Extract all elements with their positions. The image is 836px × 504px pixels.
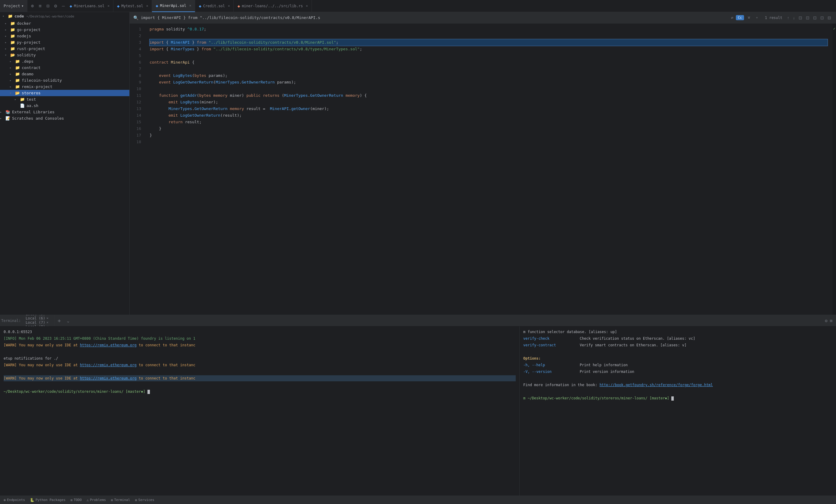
term-line-5: etup notifications for ./ bbox=[4, 355, 516, 362]
tab-close-minerapi[interactable]: ✕ bbox=[189, 4, 191, 7]
python-icon: 🐍 bbox=[30, 498, 34, 502]
tree-arrow-deamo: ▸ bbox=[10, 72, 15, 76]
sidebar-item-go-project[interactable]: ▸ 📁 go-project bbox=[0, 26, 129, 33]
term-tab-label-local6: Local (6) bbox=[26, 316, 45, 321]
tree-label-deamo: deamo bbox=[20, 72, 129, 76]
minimize-icon[interactable]: — bbox=[61, 2, 66, 10]
sidebar-item-contract[interactable]: ▸ 📁 contract bbox=[0, 64, 129, 71]
status-python[interactable]: 🐍 Python Packages bbox=[30, 498, 65, 502]
status-problems[interactable]: ⚠ Problems bbox=[87, 498, 106, 502]
whole-word-btn[interactable]: W bbox=[746, 15, 752, 20]
sidebar-item-py-project[interactable]: ▸ 📁 py-project bbox=[0, 39, 129, 45]
sidebar-item-filecoin-solidity[interactable]: ▸ 📁 filecoin-solidity bbox=[0, 77, 129, 83]
sidebar-root[interactable]: ▾ 📁 code ~/Desktop/wc-worker/code bbox=[0, 12, 129, 20]
term-line-2: [INFO] Mon Feb 06 2023 16:25:11 GMT+0800… bbox=[4, 335, 516, 342]
sidebar-item-test[interactable]: ▸ 📁 test bbox=[0, 96, 129, 102]
expand3-btn[interactable]: ⊡ bbox=[812, 15, 818, 21]
add-terminal-btn[interactable]: + bbox=[55, 315, 64, 327]
term-line-6: [WARN] You may now only use IDE at https… bbox=[4, 362, 516, 368]
case-sensitive-btn[interactable]: Cc bbox=[736, 15, 744, 20]
term-right-3: verify-contract Verify smart contracts o… bbox=[523, 342, 832, 348]
tab-miner-loans[interactable]: ◆ MinerLoans.sol ✕ bbox=[66, 0, 113, 12]
status-endpoints[interactable]: ⊕ Endpoints bbox=[4, 498, 25, 502]
tab-credit[interactable]: ◆ Credit.sol ✕ bbox=[195, 0, 234, 12]
settings-icon[interactable]: ⚙ bbox=[53, 2, 58, 10]
remix-link-3[interactable]: https://remix.ethereum.org bbox=[80, 376, 137, 381]
sidebar-item-deamo[interactable]: ▸ 📁 deamo bbox=[0, 71, 129, 77]
terminal-settings-icon[interactable]: ⊞ bbox=[830, 318, 832, 323]
tree-arrow-deps: ▸ bbox=[10, 60, 15, 63]
expand-btn[interactable]: ⊡ bbox=[797, 15, 803, 21]
code-editor[interactable]: 123456789101112131415161718 pragma solid… bbox=[130, 23, 836, 315]
top-bar: Project ▾ ⊕ ≡ ⊡ ⚙ — ◆ MinerLoans.sol ✕ ◆… bbox=[0, 0, 836, 12]
sidebar-item-scratches[interactable]: ▸ 📝 Scratches and Consoles bbox=[0, 115, 129, 121]
term-tab-close-local6[interactable]: ✕ bbox=[46, 316, 49, 320]
sidebar-item-nodejs[interactable]: ▸ 📁 nodejs bbox=[0, 33, 129, 39]
regex-btn[interactable]: ∗ bbox=[754, 15, 760, 20]
tab-close-miner-loans[interactable]: ✕ bbox=[107, 4, 110, 8]
sidebar-item-ext-libs[interactable]: ▸ 📚 External Libraries bbox=[0, 109, 129, 115]
term-tab-close-local7[interactable]: ✕ bbox=[46, 321, 49, 324]
sidebar-item-rust-project[interactable]: ▸ 📁 rust-project bbox=[0, 45, 129, 52]
terminal-right[interactable]: m function selector database. [aliases: … bbox=[519, 327, 836, 496]
tree-label-solidity: solidity bbox=[16, 53, 129, 57]
tree-arrow-storeros: ▾ bbox=[10, 91, 15, 95]
tab-label-minerapi: MinerApi.sol bbox=[160, 4, 186, 8]
tab-close-mytest[interactable]: ✕ bbox=[146, 4, 148, 8]
tab-label-miner-loans: MinerLoans.sol bbox=[74, 4, 104, 8]
terminal-left[interactable]: 0.0.0.1:65523 [INFO] Mon Feb 06 2023 16:… bbox=[0, 327, 519, 496]
tree-label-rust-project: rust-project bbox=[16, 46, 129, 51]
settings-gear-icon[interactable]: ⚙ bbox=[825, 318, 827, 323]
tab-minerapi[interactable]: ◆ MinerApi.sol ✕ bbox=[152, 0, 195, 12]
expand4-btn[interactable]: ⊡ bbox=[819, 15, 825, 21]
remix-link-1[interactable]: https://remix.ethereum.org bbox=[80, 343, 137, 347]
project-button[interactable]: Project ▾ bbox=[0, 0, 27, 12]
tab-mytest[interactable]: ◆ Mytest.sol ✕ bbox=[113, 0, 152, 12]
filter-btn[interactable]: ⊟ bbox=[826, 15, 832, 21]
folder-icon-deamo: 📁 bbox=[15, 72, 20, 76]
tab-close-lib-rs[interactable]: ✕ bbox=[306, 4, 308, 8]
code-line-10 bbox=[150, 85, 828, 92]
tab-lib-rs[interactable]: ◆ miner-loans/../../src/lib.rs ✕ bbox=[234, 0, 311, 12]
code-content[interactable]: pragma solidity ^0.8.17; import { MinerA… bbox=[145, 23, 832, 315]
term-right-5: -h, --help Print help information bbox=[523, 362, 832, 368]
status-services[interactable]: ≡ Services bbox=[135, 498, 154, 502]
tab-close-credit[interactable]: ✕ bbox=[228, 4, 230, 8]
term-tab-local6[interactable]: Local (6) ✕ bbox=[22, 316, 55, 321]
term-tab-close-local5[interactable]: ✕ bbox=[46, 315, 49, 316]
code-line-18 bbox=[150, 139, 828, 145]
tree-arrow-aa-sh bbox=[15, 104, 19, 107]
code-line-13: MinerTypes.GetOwnerReturn memory result … bbox=[150, 105, 828, 112]
book-link[interactable]: http://book.getfoundry.sh/reference/forg… bbox=[600, 383, 713, 387]
line-num-14: 14 bbox=[130, 112, 141, 119]
search-navigation: ↑ ↓ ⊡ ⊡ ⊡ ⊡ ⊟ bbox=[786, 15, 832, 21]
tab-label-mytest: Mytest.sol bbox=[121, 4, 143, 8]
editor-area: 🔍 ⇄ Cc W ∗ 1 result ↑ ↓ ⊡ ⊡ ⊡ ⊡ ⊟ 123456… bbox=[130, 12, 836, 315]
expand-terminal-btn[interactable]: ⌄ bbox=[64, 315, 72, 327]
sidebar-item-deps[interactable]: ▸ 📁 .deps bbox=[0, 58, 129, 64]
next-result-btn[interactable]: ↓ bbox=[792, 15, 796, 21]
terminal-tabs: Terminal: Local (2) ✕ Local (3) ✕ Local … bbox=[0, 315, 836, 327]
sidebar-item-storeros[interactable]: ▾ 📂 storeros bbox=[0, 90, 129, 96]
sidebar-item-remix-project[interactable]: ▸ 📁 remix-project bbox=[0, 83, 129, 90]
term-right-1: m function selector database. [aliases: … bbox=[523, 329, 832, 335]
search-input[interactable] bbox=[141, 15, 729, 20]
bookmark-icon[interactable]: ⊡ bbox=[45, 2, 51, 10]
status-todo[interactable]: ≡ TODO bbox=[70, 498, 82, 502]
prev-result-btn[interactable]: ↑ bbox=[786, 15, 791, 21]
tree-arrow-scratches: ▸ bbox=[0, 117, 5, 120]
sidebar-item-aa-sh[interactable]: 📄 aa.sh bbox=[0, 102, 129, 109]
term-line-1: 0.0.0.1:65523 bbox=[4, 329, 516, 335]
expand2-btn[interactable]: ⊡ bbox=[805, 15, 811, 21]
tree-arrow-filecoin-solidity: ▸ bbox=[10, 79, 15, 82]
code-line-8: event LogBytes(bytes params); bbox=[150, 72, 828, 79]
sidebar-item-docker[interactable]: ▸ 📁 docker bbox=[0, 20, 129, 26]
structure-icon[interactable]: ≡ bbox=[37, 2, 43, 10]
line-num-17: 17 bbox=[130, 132, 141, 139]
sidebar-item-solidity[interactable]: ▾ 📂 solidity bbox=[0, 52, 129, 58]
remix-link-2[interactable]: https://remix.ethereum.org bbox=[80, 363, 137, 367]
term-tab-local7[interactable]: Local (7) ✕ bbox=[22, 321, 55, 325]
terminal-label-status: Terminal bbox=[114, 498, 130, 502]
browse-icon[interactable]: ⊕ bbox=[30, 2, 35, 10]
status-terminal[interactable]: ≡ Terminal bbox=[111, 498, 130, 502]
